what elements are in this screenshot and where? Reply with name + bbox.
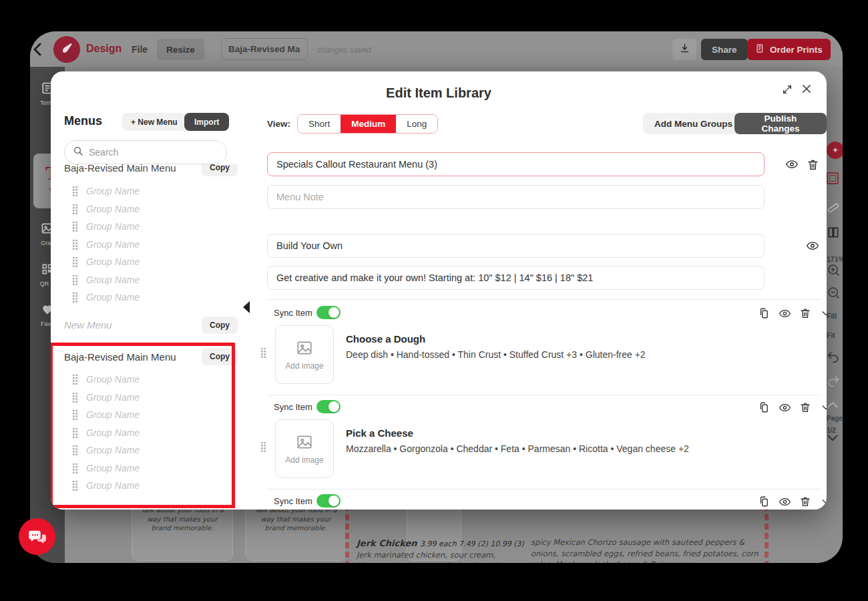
group-name-input[interactable] [267,234,765,258]
add-image-button[interactable]: Add image [275,419,334,478]
menu-column: spicy Mexican Chorizo sausage with saute… [531,537,765,563]
group-row[interactable]: Group Name [64,477,238,495]
item-actions [757,401,827,414]
new-menu-button[interactable]: + New Menu [122,113,186,131]
group-row[interactable]: Group Name [64,271,238,289]
image-icon [296,433,313,451]
fit-button[interactable]: Fit [827,329,843,341]
close-modal-button[interactable] [799,81,815,97]
drag-handle-icon[interactable] [72,374,78,385]
group-row[interactable]: Group Name [64,182,238,200]
group-row[interactable]: Group Name [64,253,238,271]
drag-handle-icon[interactable] [72,239,78,250]
duplicate-item-button[interactable] [757,495,771,508]
import-button[interactable]: Import [184,113,229,131]
zoom-in-button[interactable] [827,263,843,280]
drag-handle-icon[interactable] [72,445,78,455]
fill-button[interactable]: Fill [827,309,843,321]
group-row[interactable]: Group Name [64,218,238,236]
support-chat-button[interactable] [19,518,55,555]
menus-heading: Menus [64,114,102,128]
copy-menu-button[interactable]: Copy [202,164,238,176]
sync-item-toggle[interactable] [316,494,341,508]
drag-handle-icon[interactable] [72,186,78,196]
magic-button[interactable]: ✦ [827,142,843,159]
close-icon [801,83,813,95]
drag-handle-icon[interactable] [72,480,78,491]
expand-modal-button[interactable] [780,82,795,97]
item-delete-button[interactable] [799,307,812,320]
resize-button[interactable]: Resize [157,39,204,60]
copy-menu-button[interactable]: Copy [202,317,238,334]
group-row[interactable]: Group Name [64,406,238,424]
back-icon[interactable] [33,43,42,59]
add-image-button[interactable]: Add image [275,325,334,384]
menu-name-input[interactable] [267,152,765,176]
group-row[interactable]: Group Name [64,441,238,459]
group-row[interactable]: Group Name [64,236,238,254]
drag-handle-icon[interactable] [72,409,78,420]
undo-button[interactable] [827,350,843,366]
expand-item-button[interactable] [819,401,827,414]
sync-item-label: Sync Item [274,402,312,412]
search-input[interactable] [89,147,202,158]
group-visibility-button[interactable] [805,238,820,253]
download-button[interactable] [672,39,696,60]
order-prints-button[interactable]: Order Prints [747,39,831,60]
sync-item-toggle[interactable] [316,306,341,319]
group-row[interactable]: Group Name [64,200,238,218]
copy-menu-button[interactable]: Copy [202,348,238,365]
zoom-out-button[interactable] [827,286,843,303]
view-segmented-control: Short Medium Long [297,114,438,134]
item-delete-button[interactable] [799,495,812,508]
ruler-button[interactable] [827,199,843,215]
sync-item-toggle[interactable] [316,400,341,413]
group-row[interactable]: Group Name [64,424,238,442]
view-option-long[interactable]: Long [396,115,437,133]
menu-note-input[interactable] [267,185,765,209]
menu-visibility-button[interactable] [785,157,799,172]
redo-button[interactable] [827,374,843,390]
item-delete-button[interactable] [799,401,812,414]
item-visibility-button[interactable] [778,495,791,508]
group-row[interactable]: Group Name [64,288,238,307]
group-row[interactable]: Group Name [64,389,238,407]
view-option-short[interactable]: Short [298,115,341,133]
search-box[interactable] [64,140,227,164]
item-description: Deep dish • Hand-tossed • Thin Crust • S… [346,349,646,360]
group-row[interactable]: Group Name [64,371,238,389]
add-menu-groups-button[interactable]: Add Menu Groups [643,113,744,134]
chevron-down-icon [827,434,839,442]
expand-item-button[interactable] [819,307,827,320]
view-option-medium[interactable]: Medium [341,115,396,133]
frames-button[interactable] [827,172,843,184]
menu-file[interactable]: File [132,44,148,55]
drag-handle-icon[interactable] [72,221,78,232]
page-up-button[interactable] [827,399,843,411]
drag-handle-icon[interactable] [72,392,78,403]
group-description-input[interactable] [267,266,765,290]
drag-handle-icon[interactable] [260,441,266,452]
duplicate-item-button[interactable] [757,401,771,414]
drag-handle-icon[interactable] [72,292,78,303]
collapse-sidebar-icon[interactable] [243,301,250,313]
columns-button[interactable] [827,226,843,242]
app-logo[interactable] [53,36,80,63]
drag-handle-icon[interactable] [72,274,78,285]
duplicate-item-button[interactable] [757,307,771,320]
drag-handle-icon[interactable] [72,256,78,267]
document-title-input[interactable] [221,38,308,60]
group-row[interactable]: Group Name [64,459,238,477]
drag-handle-icon[interactable] [72,463,78,473]
page-down-button[interactable] [827,433,843,445]
menu-delete-button[interactable] [805,157,820,172]
drag-handle-icon[interactable] [72,427,78,438]
eye-icon [806,239,819,252]
publish-changes-button[interactable]: Publish Changes [734,113,827,134]
drag-handle-icon[interactable] [260,347,266,358]
item-visibility-button[interactable] [778,307,791,320]
share-button[interactable]: Share [701,39,748,60]
menu-list-header: Baja-Revised Main Menu Copy [64,164,238,177]
drag-handle-icon[interactable] [72,204,78,214]
item-visibility-button[interactable] [778,401,791,414]
